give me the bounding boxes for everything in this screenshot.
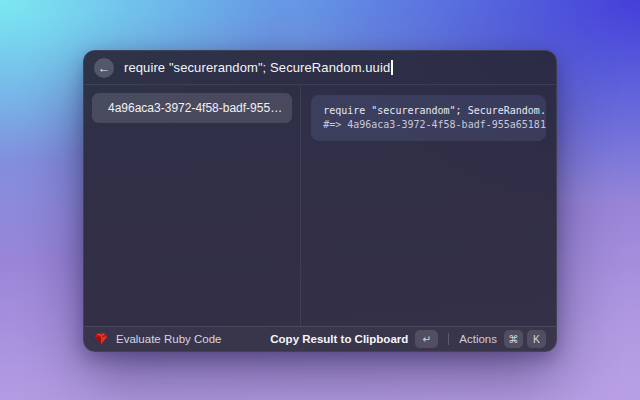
- detail-pane: require "securerandom"; SecureRandom.uui…: [301, 85, 556, 326]
- command-key-icon[interactable]: ⌘: [504, 330, 523, 348]
- launcher-window: ← require "securerandom"; SecureRandom.u…: [83, 50, 557, 352]
- code-expression: require "securerandom"; SecureRandom.uui…: [323, 104, 534, 118]
- code-result: #=> 4a96aca3-3972-4f58-badf-955a65181003: [323, 118, 534, 132]
- footer-extension-info: Evaluate Ruby Code: [94, 332, 270, 346]
- footer-action-bar: Evaluate Ruby Code Copy Result to Clipbo…: [84, 326, 556, 351]
- footer-actions: Copy Result to Clipboard ↵ Actions ⌘ K: [270, 330, 546, 348]
- back-button[interactable]: ←: [94, 58, 114, 78]
- results-list: 4a96aca3-3972-4f58-badf-955…: [84, 85, 301, 326]
- extension-name: Evaluate Ruby Code: [116, 333, 221, 345]
- ruby-icon: [94, 332, 108, 346]
- list-item-uuid-result[interactable]: 4a96aca3-3972-4f58-badf-955…: [92, 93, 292, 123]
- search-query-text: require "securerandom"; SecureRandom.uui…: [124, 60, 390, 75]
- content-area: 4a96aca3-3972-4f58-badf-955… require "se…: [84, 85, 556, 326]
- footer-divider: [448, 333, 449, 345]
- actions-shortcut: ⌘ K: [504, 330, 546, 348]
- search-input[interactable]: require "securerandom"; SecureRandom.uui…: [124, 60, 393, 75]
- search-bar: ← require "securerandom"; SecureRandom.u…: [84, 51, 556, 85]
- copy-result-button[interactable]: Copy Result to Clipboard: [270, 333, 408, 345]
- k-key-icon[interactable]: K: [527, 330, 546, 348]
- list-item-title: 4a96aca3-3972-4f58-badf-955…: [108, 101, 282, 115]
- return-key-icon[interactable]: ↵: [415, 330, 438, 348]
- back-arrow-icon: ←: [98, 61, 110, 75]
- code-result-block[interactable]: require "securerandom"; SecureRandom.uui…: [311, 95, 546, 141]
- actions-button[interactable]: Actions: [459, 333, 497, 345]
- text-caret: [391, 60, 393, 75]
